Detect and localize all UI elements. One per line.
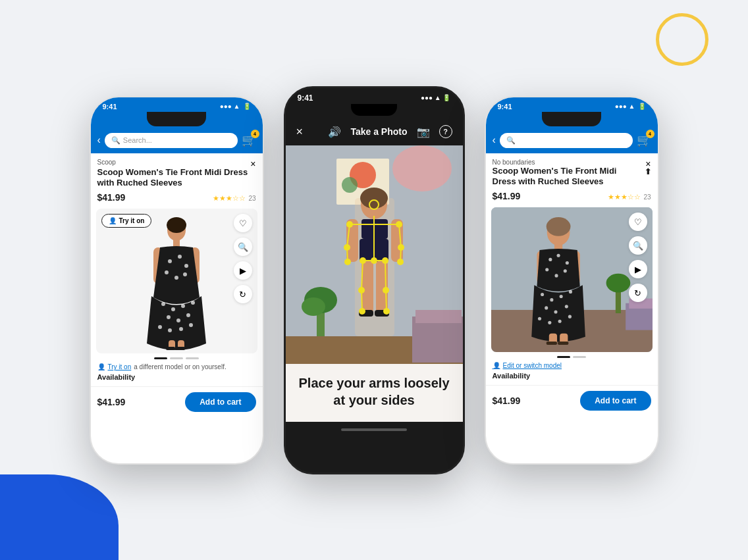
edit-model-text[interactable]: Edit or switch model: [503, 362, 562, 369]
camera-toolbar: × 🔊 Take a Photo 📷 ?: [286, 118, 463, 145]
camera-help-icon[interactable]: ?: [439, 125, 452, 138]
svg-point-31: [342, 177, 358, 193]
notch-right: [542, 112, 601, 126]
svg-point-103: [558, 320, 561, 323]
product-area-right: × No boundaries Scoop Women's Tie Front …: [486, 153, 658, 386]
svg-point-84: [546, 217, 570, 236]
rotate-button-right[interactable]: ↻: [629, 284, 647, 302]
play-button-left[interactable]: ▶: [234, 261, 252, 280]
svg-point-101: [537, 317, 541, 320]
status-time-right: 9:41: [498, 103, 512, 111]
try-on-button-left[interactable]: 👤 Try it on: [101, 214, 152, 228]
phone-left: 9:41 ●●● ▲ 🔋 ‹ 🔍 Search... 🛒 4: [90, 96, 264, 465]
cart-icon-right[interactable]: 🛒 4: [637, 133, 651, 147]
svg-point-11: [183, 272, 187, 276]
price-right: $41.99: [493, 191, 521, 201]
add-to-cart-button-left[interactable]: Add to cart: [185, 392, 255, 412]
footer-price-right: $41.99: [493, 395, 521, 406]
edit-model-link[interactable]: 👤 Edit or switch model: [493, 362, 651, 369]
play-button-right[interactable]: ▶: [629, 260, 647, 278]
phone-content-left: × Scoop Scoop Women's Tie Front Midi Dre…: [91, 153, 263, 387]
try-on-icon-left: 👤: [109, 217, 117, 224]
phone-footer-left: $41.99 Add to cart: [91, 386, 263, 417]
product-area-left: × Scoop Scoop Women's Tie Front Midi Dre…: [91, 153, 263, 387]
walmart-header-left: ‹ 🔍 Search... 🛒 4: [91, 129, 263, 153]
svg-point-71: [359, 308, 365, 315]
walmart-header-right: ‹ 🔍 🛒 4: [486, 129, 658, 153]
status-time-left: 9:41: [103, 103, 117, 111]
camera-scene: Place your arms loosely at your sides: [286, 145, 463, 422]
back-button-left[interactable]: ‹: [97, 134, 101, 146]
try-on-label-left: Try it on: [119, 217, 145, 224]
phones-container: 9:41 ●●● ▲ 🔋 ‹ 🔍 Search... 🛒 4: [0, 0, 748, 560]
svg-point-92: [554, 274, 558, 278]
svg-point-19: [158, 325, 162, 329]
signal-icon-left: ●●● ▲: [220, 103, 240, 110]
svg-point-98: [545, 307, 548, 310]
svg-rect-26: [176, 347, 185, 350]
signal-icon-right: ●●● ▲: [615, 103, 635, 110]
notch-middle: [351, 104, 397, 116]
search-bar-right[interactable]: 🔍: [500, 133, 633, 148]
svg-point-102: [548, 321, 551, 324]
status-icons-right: ●●● ▲ 🔋: [615, 103, 646, 110]
cart-icon-left[interactable]: 🛒 4: [242, 133, 256, 147]
camera-close-button[interactable]: ×: [296, 125, 304, 139]
svg-point-88: [548, 258, 552, 261]
wishlist-button-left[interactable]: ♡: [234, 214, 252, 232]
edit-model-icon: 👤: [493, 362, 500, 369]
close-button-left[interactable]: ×: [250, 159, 255, 169]
try-on-link[interactable]: Try it on: [108, 363, 132, 370]
decorative-circle: [656, 13, 708, 66]
svg-point-8: [184, 264, 188, 268]
svg-point-36: [302, 297, 325, 316]
product-title-right: Scoop Women's Tie Front Midi Dress with …: [493, 166, 651, 188]
price-rating-row-left: $41.99 ★★★☆☆ 23: [97, 191, 256, 203]
rating-count-left: 23: [248, 195, 255, 202]
zoom-button-right[interactable]: 🔍: [629, 236, 647, 255]
svg-point-6: [168, 259, 172, 263]
svg-point-75: [383, 308, 390, 315]
status-time-middle: 9:41: [298, 93, 313, 103]
stars-right: ★★★☆☆: [608, 193, 641, 201]
search-bar-left[interactable]: 🔍 Search...: [105, 133, 238, 148]
zoom-button-left[interactable]: 🔍: [234, 238, 252, 256]
battery-icon-right: 🔋: [638, 103, 646, 110]
camera-icons: 🔊 Take a Photo 📷 ?: [328, 125, 452, 138]
dot-1: [154, 357, 167, 359]
search-icon-right: 🔍: [506, 136, 516, 145]
svg-point-62: [397, 259, 404, 265]
rating-left: ★★★☆☆ 23: [213, 191, 256, 203]
add-to-cart-button-right[interactable]: Add to cart: [580, 391, 651, 411]
dot-2: [170, 357, 183, 359]
svg-point-20: [168, 328, 172, 332]
try-on-link-row: 👤 Try it on a different model or on your…: [97, 363, 256, 370]
svg-point-16: [167, 315, 171, 319]
pose-instruction: Place your arms loosely at your sides: [286, 364, 463, 422]
phone-footer-right: $41.99 Add to cart: [486, 385, 658, 416]
status-bar-middle: 9:41 ●●● ▲ 🔋: [286, 88, 463, 105]
price-rating-row-right: $41.99 ★★★☆☆ 23: [493, 190, 651, 202]
svg-point-94: [541, 293, 544, 296]
try-on-link-suffix: a different model or on yourself.: [134, 363, 226, 370]
rotate-button-left[interactable]: ↻: [234, 285, 252, 303]
svg-point-17: [176, 318, 180, 322]
image-dots-right: [493, 356, 651, 358]
footer-price-left: $41.99: [97, 397, 126, 407]
svg-point-89: [556, 254, 560, 257]
camera-capture-icon[interactable]: 📷: [417, 126, 430, 138]
phone-bottom-bar-middle: [286, 422, 463, 438]
close-button-right[interactable]: ×: [645, 159, 651, 169]
svg-point-12: [161, 302, 165, 306]
svg-point-33: [392, 145, 452, 191]
cart-badge-left: 4: [251, 130, 259, 138]
status-bar-left: 9:41 ●●● ▲ 🔋: [91, 97, 263, 113]
phone-content-right: × No boundaries Scoop Women's Tie Front …: [486, 153, 658, 386]
wishlist-button-right[interactable]: ♡: [629, 213, 647, 231]
sound-icon[interactable]: 🔊: [328, 126, 341, 138]
search-icon-left: 🔍: [111, 136, 120, 145]
svg-point-41: [360, 188, 388, 209]
rating-right: ★★★☆☆ 23: [608, 190, 651, 202]
svg-point-18: [186, 313, 190, 317]
back-button-right[interactable]: ‹: [493, 134, 496, 146]
